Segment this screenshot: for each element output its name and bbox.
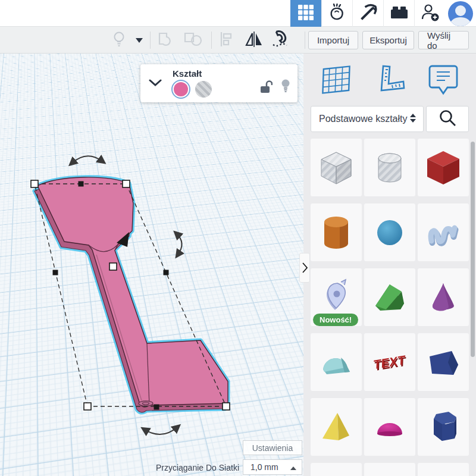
flip-mirror-icon	[245, 32, 263, 49]
shape-tile-partial-3[interactable]	[418, 463, 469, 476]
editor-toolbar: Importuj Eksportuj Wyślij do	[0, 27, 476, 54]
pickaxe-button[interactable]	[352, 0, 383, 27]
pen-tool-thumb	[315, 276, 358, 319]
shape-tile-wedge[interactable]	[418, 333, 469, 391]
caret-up-icon	[290, 466, 296, 470]
snap-grid-dropdown[interactable]: 1,0 mm	[243, 459, 302, 475]
workplane-tool-button[interactable]	[317, 61, 356, 101]
ungroup-icon	[184, 31, 203, 50]
gummy-icon	[328, 4, 346, 24]
chevron-right-icon	[302, 262, 308, 273]
collapse-panel-button[interactable]	[149, 79, 162, 89]
light-dropdown-button[interactable]	[132, 30, 146, 50]
shape-tile-roof[interactable]	[364, 268, 415, 326]
import-button[interactable]: Importuj	[308, 31, 358, 49]
hole-swatch[interactable]	[195, 81, 212, 98]
settings-button[interactable]: Ustawienia	[243, 440, 302, 455]
group-button[interactable]	[156, 30, 177, 50]
shape-category-dropdown[interactable]: Podstawowe kształty	[311, 106, 424, 132]
wedge-thumb	[422, 341, 465, 384]
height-handle[interactable]	[109, 263, 117, 270]
group-icon	[158, 31, 176, 50]
hole-cylinder-thumb	[368, 146, 411, 189]
ruler-tool-button[interactable]	[370, 61, 409, 101]
shape-tile-half-sphere[interactable]	[364, 398, 415, 456]
scale-handle-corner-se[interactable]	[223, 403, 230, 410]
ruler-icon	[372, 62, 407, 99]
shape-tile-sphere[interactable]	[364, 203, 415, 261]
notes-tool-button[interactable]	[424, 61, 463, 101]
shape-tile-partial-2[interactable]	[364, 463, 415, 476]
shape-tile-text[interactable]: TEXT TEXT	[364, 333, 415, 391]
workplane-light-button[interactable]	[109, 30, 129, 50]
brick-button[interactable]	[383, 0, 414, 27]
unlock-icon[interactable]	[259, 80, 273, 96]
lightbulb-icon	[112, 32, 126, 49]
top-bar	[0, 0, 476, 27]
new-badge: Nowość!	[313, 314, 358, 326]
dashboard-grid-button[interactable]	[290, 0, 321, 27]
snap-to-grid-label: Przyciąganie Do Siatki	[107, 463, 239, 472]
gummy-button[interactable]	[321, 0, 352, 27]
add-person-button[interactable]	[414, 0, 445, 27]
sphere-thumb	[368, 211, 411, 254]
ungroup-button[interactable]	[183, 30, 203, 50]
scale-handle-corner-nw[interactable]	[31, 180, 38, 187]
rotate-handle-top[interactable]	[72, 156, 102, 163]
visibility-bulb-icon[interactable]	[280, 79, 292, 96]
grid-icon	[298, 4, 314, 23]
add-person-icon	[421, 3, 440, 24]
avatar	[448, 1, 473, 26]
selected-model-key[interactable]	[0, 54, 303, 476]
viewport-3d[interactable]: Kształt Ustawienia Przyciąganie Do Siatk…	[0, 54, 303, 476]
sidebar-collapse-tab[interactable]	[299, 253, 310, 283]
flip-button[interactable]	[244, 30, 264, 50]
shape-tile-hole-box[interactable]	[311, 139, 362, 196]
shape-tile-pyramid[interactable]	[311, 398, 362, 456]
shape-tile-polygon-prism[interactable]	[418, 398, 469, 456]
export-button[interactable]: Eksportuj	[362, 31, 414, 49]
shape-tile-round-roof[interactable]	[311, 333, 362, 391]
select-arrows-icon	[410, 114, 416, 123]
notes-icon	[427, 62, 459, 99]
round-roof-thumb	[315, 341, 358, 384]
box-thumb	[422, 146, 465, 189]
scale-handle-corner-ne[interactable]	[123, 180, 130, 187]
cone-thumb	[422, 276, 465, 319]
scale-handle-corner-sw[interactable]	[84, 403, 91, 410]
account-avatar[interactable]	[445, 0, 476, 27]
shapes-sidebar: Podstawowe kształty	[303, 54, 476, 476]
shape-tile-scribble[interactable]	[418, 203, 469, 261]
roof-thumb	[368, 276, 411, 319]
scale-handle-top-mid[interactable]	[79, 181, 84, 187]
sidebar-scrollbar[interactable]	[471, 142, 475, 357]
caret-down-icon	[136, 38, 143, 43]
align-icon	[219, 32, 234, 49]
scale-handle-left-mid[interactable]	[53, 270, 58, 275]
shape-tile-cone[interactable]	[418, 268, 469, 326]
hole-box-thumb	[315, 146, 358, 189]
shape-tile-box[interactable]	[418, 139, 469, 196]
half-sphere-thumb	[368, 406, 411, 449]
brick-icon	[390, 5, 409, 23]
shape-category-value: Podstawowe kształty	[319, 114, 408, 124]
send-to-button[interactable]: Wyślij do	[418, 31, 469, 49]
rotate-handle-bottom[interactable]	[145, 427, 177, 434]
scale-handle-bottom-mid[interactable]	[154, 405, 159, 410]
polygon-prism-thumb	[422, 406, 465, 449]
solid-color-swatch[interactable]	[171, 80, 190, 99]
rotate-handle-right[interactable]	[177, 234, 182, 255]
shape-tile-partial-1[interactable]	[311, 463, 362, 476]
search-icon	[439, 109, 456, 129]
workplane-icon	[319, 63, 353, 99]
shape-tile-hole-cylinder[interactable]	[364, 139, 415, 196]
magnet-icon	[270, 30, 290, 51]
snap-magnet-button[interactable]	[270, 30, 290, 50]
snap-grid-value: 1,0 mm	[250, 462, 278, 472]
align-button[interactable]	[217, 30, 237, 50]
shape-inspector-panel: Kształt	[140, 64, 298, 102]
shape-tile-cylinder[interactable]	[311, 203, 362, 261]
pyramid-thumb	[315, 406, 358, 449]
scale-handle-right-mid[interactable]	[164, 270, 169, 275]
search-button[interactable]	[426, 106, 469, 132]
